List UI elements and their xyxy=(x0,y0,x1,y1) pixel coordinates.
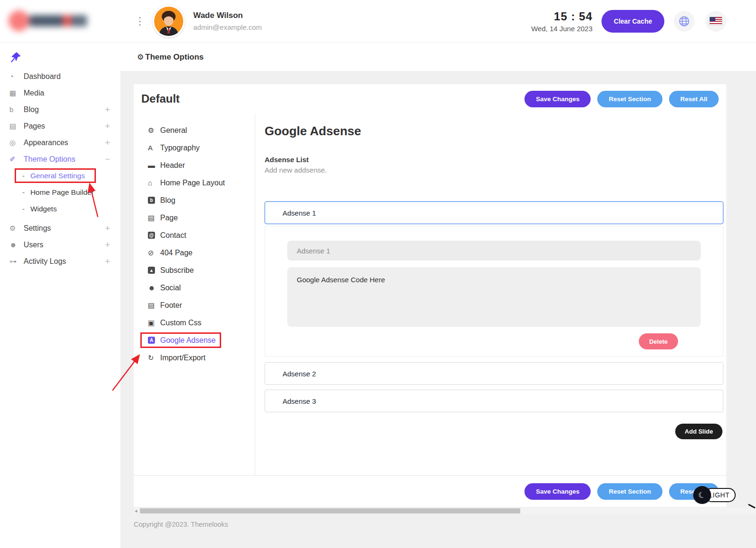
blog-icon: b xyxy=(148,197,160,204)
adsense-accordions: Adsense 1 Google Adsense Code Here Delet… xyxy=(265,201,723,412)
reset-section-button-top[interactable]: Reset Section xyxy=(597,91,662,107)
adsense-code-textarea[interactable]: Google Adsense Code Here xyxy=(287,267,701,327)
plus-icon[interactable]: + xyxy=(105,256,110,267)
sidebar-item-media[interactable]: ▦Media xyxy=(0,85,120,101)
sidebar: ◔Dashboard▦MediabBlog+▤Pages+◎Appearance… xyxy=(0,43,120,548)
footer-icon: ▤ xyxy=(148,301,160,310)
locale-flag-button[interactable] xyxy=(705,11,726,32)
scrollbar-thumb[interactable] xyxy=(140,508,520,513)
scroll-left-arrow-icon[interactable]: ◂ xyxy=(135,508,137,514)
plus-icon[interactable]: + xyxy=(105,223,110,234)
save-changes-button-top[interactable]: Save Changes xyxy=(524,91,591,107)
import-export-icon: ↻ xyxy=(148,354,160,362)
page-title: Theme Options xyxy=(145,52,204,62)
options-nav-item-custom-css[interactable]: ▣Custom Css xyxy=(148,314,255,331)
options-nav-item-label: 404 Page xyxy=(160,249,193,257)
clock-time: 15 : 54 xyxy=(531,10,593,23)
options-nav-item-label: Blog xyxy=(160,196,175,205)
sidebar-item-home-page-builder[interactable]: -Home Page Builder xyxy=(0,184,120,200)
options-nav-item-page[interactable]: ▤Page xyxy=(148,209,255,226)
plus-icon[interactable]: + xyxy=(105,104,110,115)
header-icon: ▬ xyxy=(148,161,160,169)
avatar-illustration xyxy=(154,7,183,36)
content-panel: Google Adsense Adsense List Add new adds… xyxy=(255,113,726,475)
options-nav-item-typography[interactable]: ATypography xyxy=(148,139,255,157)
pushpin-icon[interactable] xyxy=(9,51,22,63)
options-nav-item-google-adsense[interactable]: AGoogle Adsense xyxy=(148,331,255,349)
clear-cache-button[interactable]: Clear Cache xyxy=(601,10,664,33)
dash-icon: - xyxy=(22,172,25,180)
plus-icon[interactable]: + xyxy=(105,138,110,148)
add-slide-button[interactable]: Add Slide xyxy=(675,424,722,439)
options-nav-item-contact[interactable]: @Contact xyxy=(148,226,255,244)
sidebar-item-label: Theme Options xyxy=(24,155,75,164)
gear-icon: ⚙ xyxy=(137,52,144,61)
globe-icon xyxy=(678,15,690,27)
adsense-name-input[interactable] xyxy=(287,241,701,261)
sidebar-item-blog[interactable]: bBlog+ xyxy=(0,101,120,118)
options-nav-item-blog[interactable]: bBlog xyxy=(148,191,255,209)
theme-toggle[interactable]: LIGHT ☾ xyxy=(693,486,711,504)
options-nav-item-label: Footer xyxy=(160,301,182,310)
pages-icon: ▤ xyxy=(9,122,24,130)
accordion-header-adsense-1[interactable]: Adsense 1 xyxy=(265,201,723,224)
sidebar-item-widgets[interactable]: -Widgets xyxy=(0,200,120,217)
sidebar-item-dashboard[interactable]: ◔Dashboard xyxy=(0,68,120,85)
options-nav-item-social[interactable]: ☻Social xyxy=(148,279,255,296)
options-nav-item-footer[interactable]: ▤Footer xyxy=(148,296,255,314)
sidebar-item-settings[interactable]: ⚙Settings+ xyxy=(0,220,120,236)
options-nav-item-label: Social xyxy=(160,284,181,292)
social-icon: ☻ xyxy=(148,284,160,292)
avatar[interactable] xyxy=(153,5,185,37)
theme-toggle-knob[interactable]: ☾ xyxy=(693,486,711,504)
sidebar-item-users[interactable]: ☻Users+ xyxy=(0,236,120,253)
moon-icon: ☾ xyxy=(697,489,707,501)
options-nav-item-404-page[interactable]: ⊘404 Page xyxy=(148,244,255,261)
sidebar-item-pages[interactable]: ▤Pages+ xyxy=(0,118,120,134)
sidebar-item-activity-logs[interactable]: ⊶Activity Logs+ xyxy=(0,253,120,270)
reset-all-button-top[interactable]: Reset All xyxy=(669,91,719,107)
sidebar-item-label: Pages xyxy=(24,122,45,130)
options-nav-item-label: Typography xyxy=(160,144,200,152)
options-nav-item-home-page-layout[interactable]: ⌂Home Page Layout xyxy=(148,174,255,191)
plus-icon[interactable]: + xyxy=(105,121,110,131)
custom-css-icon: ▣ xyxy=(148,319,160,327)
blog-icon: b xyxy=(9,105,24,113)
sidebar-item-label: Activity Logs xyxy=(24,257,66,266)
accordion-header-adsense-3[interactable]: Adsense 3 xyxy=(265,390,723,412)
options-nav-item-label: Page xyxy=(160,214,178,222)
section-title: Google Adsense xyxy=(265,124,723,139)
theme-options-icon: ✐ xyxy=(9,155,24,164)
general-icon: ⚙ xyxy=(148,126,160,135)
page-icon: ▤ xyxy=(148,214,160,222)
options-nav-item-header[interactable]: ▬Header xyxy=(148,157,255,174)
sidebar-item-general-settings[interactable]: -General Settings xyxy=(0,167,120,184)
options-nav-item-label: Custom Css xyxy=(160,319,201,327)
app-logo[interactable] xyxy=(0,0,120,43)
options-nav-item-general[interactable]: ⚙General xyxy=(148,122,255,139)
typography-icon: A xyxy=(148,144,160,152)
sidebar-item-theme-options[interactable]: ✐Theme Options− xyxy=(0,151,120,167)
clock-date: Wed, 14 June 2023 xyxy=(531,25,593,33)
options-nav: ⚙GeneralATypography▬Header⌂Home Page Lay… xyxy=(134,113,255,475)
sidebar-item-label: Blog xyxy=(24,105,39,114)
kebab-menu-icon[interactable]: ⋮ xyxy=(135,16,145,26)
settings-icon: ⚙ xyxy=(9,224,24,233)
subscribe-icon: ▴ xyxy=(148,267,160,274)
plus-icon[interactable]: + xyxy=(105,240,110,250)
language-globe-button[interactable] xyxy=(674,11,695,32)
reset-section-button-bottom[interactable]: Reset Section xyxy=(597,483,662,500)
delete-button[interactable]: Delete xyxy=(639,333,678,349)
user-email: admin@example.com xyxy=(193,23,262,31)
options-nav-item-subscribe[interactable]: ▴Subscribe xyxy=(148,261,255,279)
options-nav-item-label: General xyxy=(160,126,187,135)
accordion-header-adsense-2[interactable]: Adsense 2 xyxy=(265,362,723,385)
activity-logs-icon: ⊶ xyxy=(9,257,24,266)
user-name: Wade Wilson xyxy=(193,11,262,20)
sidebar-item-appearances[interactable]: ◎Appearances+ xyxy=(0,134,120,151)
users-icon: ☻ xyxy=(9,241,24,249)
options-nav-item-import-export[interactable]: ↻Import/Export xyxy=(148,349,255,366)
minus-icon[interactable]: − xyxy=(105,154,110,165)
save-changes-button-bottom[interactable]: Save Changes xyxy=(524,483,591,500)
horizontal-scrollbar[interactable]: ◂ xyxy=(134,508,756,514)
